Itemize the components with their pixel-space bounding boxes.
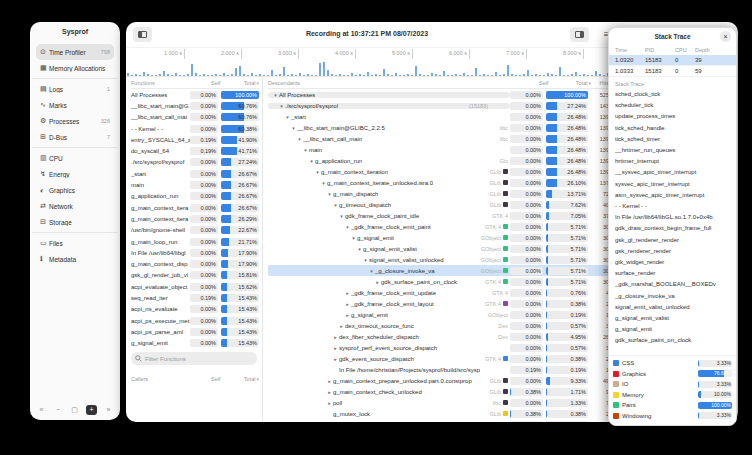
tree-row[interactable]: ▸__GI___clone3libc0.00%0.38%2 <box>268 419 609 422</box>
expander-closed-icon[interactable]: ▸ <box>344 301 351 307</box>
tree-row[interactable]: ▸sysprof_perf_event_source_dispatch0.00%… <box>268 342 609 353</box>
sidebar-item-d-bus[interactable]: ⊞D-Bus7 <box>36 129 114 145</box>
stack-frame[interactable]: tick_sched_handle <box>615 123 736 134</box>
depth-col[interactable]: Depth <box>695 47 719 53</box>
expander-open-icon[interactable]: ▾ <box>356 246 363 252</box>
expander-closed-icon[interactable]: ▸ <box>332 356 339 362</box>
expander-open-icon[interactable]: ▾ <box>332 202 339 208</box>
stack-frame[interactable]: __hrtimer_run_queues <box>615 145 736 156</box>
tree-row[interactable]: In File /home/christian/Projects/sysprof… <box>268 364 609 375</box>
sidebar-item-marks[interactable]: ∿Marks <box>36 97 114 113</box>
expander-open-icon[interactable]: ▾ <box>314 169 321 175</box>
sidebar-item-processes[interactable]: ⚙Processes326 <box>36 113 114 129</box>
expander-closed-icon[interactable]: ▸ <box>332 334 339 340</box>
stack-frame[interactable]: scheduler_tick <box>615 100 736 111</box>
function-row[interactable]: g_main_context_disp0.00%17.90% <box>131 258 259 269</box>
expander-open-icon[interactable]: ▾ <box>344 224 351 230</box>
sidebar-item-energy[interactable]: ↯Energy <box>36 166 114 182</box>
time-col[interactable]: Time <box>615 47 645 53</box>
expander-open-icon[interactable]: ▾ <box>350 235 357 241</box>
stack-frame[interactable]: tick_sched_timer <box>615 134 736 145</box>
stack-frame[interactable]: g_signal_emit_valist <box>615 313 736 324</box>
function-row[interactable]: In File /usr/lib64/libgl0.00%17.90% <box>131 247 259 258</box>
expander-open-icon[interactable]: ▾ <box>362 257 369 263</box>
self-col[interactable]: Self <box>192 80 220 86</box>
stack-frame[interactable]: hrtimer_interrupt <box>615 156 736 167</box>
expander-open-icon[interactable]: ▾ <box>278 103 285 109</box>
tree-row[interactable]: ▾g_timeout_dispatchGLib0.00%7.62%40 <box>268 199 609 210</box>
sidebar-item-logs[interactable]: ▤Logs1 <box>36 81 114 97</box>
sample-row[interactable]: 1.033315183059 <box>609 66 736 77</box>
tree-row[interactable]: ▸g_main_context_check_unlockedGLib0.38%1… <box>268 386 609 397</box>
zoom-in-button[interactable]: + <box>86 405 97 415</box>
function-row[interactable]: __libc_start_main@G0.00%60.76% <box>131 100 259 111</box>
stack-frame[interactable]: _gdk_marshal_BOOLEAN__BOXEDv <box>615 279 736 290</box>
function-row[interactable]: entry_SYSCALL_64_a0.19%41.90% <box>131 134 259 145</box>
expander-open-icon[interactable]: ▾ <box>320 180 327 186</box>
function-row[interactable]: g_application_run0.00%26.67% <box>131 191 259 202</box>
stack-frame[interactable]: In File /usr/lib64/libGL.so.1.7.0+0x4b <box>615 212 736 223</box>
toggle-right-panel-button[interactable] <box>570 27 589 42</box>
callers-total-col[interactable]: Total <box>223 376 255 382</box>
tree-row[interactable]: ▸dex_timeout_source_funcDex0.00%0.57%3 <box>268 320 609 331</box>
tree-row[interactable]: ▸polllibc0.00%1.33%7 <box>268 397 609 408</box>
callers-col[interactable]: Callers <box>131 376 192 382</box>
zoom-reset-button[interactable]: ▢ <box>70 405 80 415</box>
tree-row[interactable]: ▾g_main_context_iterationGLib0.00%26.48%… <box>268 166 609 177</box>
expander-open-icon[interactable]: ▾ <box>326 191 333 197</box>
function-row[interactable]: _start0.00%26.67% <box>131 168 259 179</box>
tree-row[interactable]: ▾g_application_runGio0.00%26.48%139 <box>268 155 609 166</box>
seek-forward-button[interactable]: » <box>104 405 114 415</box>
expander-open-icon[interactable]: ▾ <box>302 147 309 153</box>
pid-col[interactable]: PID <box>645 47 675 53</box>
expander-open-icon[interactable]: ▾ <box>296 136 303 142</box>
expander-closed-icon[interactable]: ▸ <box>344 290 351 296</box>
tree-row[interactable]: ▾./src/sysprof/sysprof(15183)0.00%27.24%… <box>268 100 609 111</box>
expander-open-icon[interactable]: ▾ <box>308 158 315 164</box>
tree-row[interactable]: ▸_gdk_frame_clock_emit_layoutGTK 40.00%0… <box>268 298 609 309</box>
tree-row[interactable]: g_mutex_lockGLib0.38%0.38%2 <box>268 408 609 419</box>
function-row[interactable]: g_signal_emit0.00%15.43% <box>131 338 259 347</box>
function-row[interactable]: do_syscall_640.19%41.71% <box>131 145 259 156</box>
close-icon[interactable]: × <box>720 31 731 42</box>
expander-closed-icon[interactable]: ▸ <box>326 400 333 406</box>
expander-closed-icon[interactable]: ▸ <box>332 345 339 351</box>
stack-frame[interactable]: gsk_gl_renderer_render <box>615 235 736 246</box>
stack-frame[interactable]: - - Kernel - - <box>615 201 736 212</box>
tree-row[interactable]: ▾_gdk_frame_clock_emit_paintGTK 40.00%5.… <box>268 221 609 232</box>
filter-functions-box[interactable] <box>131 352 257 365</box>
stack-frame[interactable]: g_signal_emit <box>615 324 736 335</box>
function-row[interactable]: acpi_ps_parse_aml0.00%15.43% <box>131 326 259 337</box>
stack-frame[interactable]: sched_clock_tick <box>615 89 736 100</box>
sidebar-item-graphics[interactable]: ◐Graphics <box>36 182 114 198</box>
tree-row[interactable]: ▸gdk_event_source_dispatchGTK 40.00%0.38… <box>268 353 609 364</box>
expander-closed-icon[interactable]: ▸ <box>344 312 351 318</box>
stack-frame[interactable]: gtk_widget_render <box>615 257 736 268</box>
tree-row[interactable]: ▾g_main_context_iterate_unlocked.isra.0G… <box>268 177 609 188</box>
function-row[interactable]: All Processes0.00%100.00% <box>131 89 259 100</box>
expander-open-icon[interactable]: ▾ <box>272 92 279 98</box>
tree-row[interactable]: ▸dex_fiber_scheduler_dispatchDex0.00%4.9… <box>268 331 609 342</box>
function-row[interactable]: ./src/sysprof/sysprof0.00%27.24% <box>131 157 259 168</box>
descendants-col[interactable]: Descendants <box>268 80 515 86</box>
stack-frame[interactable]: gdk_draw_context_begin_frame_full <box>615 223 736 234</box>
function-row[interactable]: __libc_start_call_mai0.00%60.76% <box>131 112 259 123</box>
function-row[interactable]: g_main_context_itera0.00%26.67% <box>131 202 259 213</box>
stack-frame[interactable]: __sysvec_apic_timer_interrupt <box>615 167 736 178</box>
stack-frame[interactable]: _g_closure_invoke_va <box>615 291 736 302</box>
functions-col[interactable]: Functions <box>131 80 192 86</box>
stack-frame[interactable]: gdk_surface_paint_on_clock <box>615 335 736 346</box>
sidebar-item-metadata[interactable]: ℹMetadata <box>36 251 114 267</box>
tree-row[interactable]: ▾All Processes0.00%100.00%525 <box>268 89 609 100</box>
stack-frame[interactable]: gsk_renderer_render <box>615 246 736 257</box>
cpu-col[interactable]: CPU <box>675 47 695 53</box>
function-row[interactable]: acpi_ps_execute_met0.00%15.43% <box>131 315 259 326</box>
total-col[interactable]: Total <box>223 80 255 86</box>
tree-row[interactable]: ▾signal_emit_valist_unlockedGObject0.00%… <box>268 254 609 265</box>
desc-self-col[interactable]: Self <box>515 80 548 86</box>
callers-self-col[interactable]: Self <box>192 376 220 382</box>
expander-open-icon[interactable]: ▾ <box>290 125 297 131</box>
function-row[interactable]: seq_read_iter0.19%15.43% <box>131 292 259 303</box>
tree-row[interactable]: ▸g_main_context_prepare_unlocked.part.0.… <box>268 375 609 386</box>
tree-row[interactable]: ▾g_signal_emit_valistGObject0.00%5.71%30 <box>268 243 609 254</box>
